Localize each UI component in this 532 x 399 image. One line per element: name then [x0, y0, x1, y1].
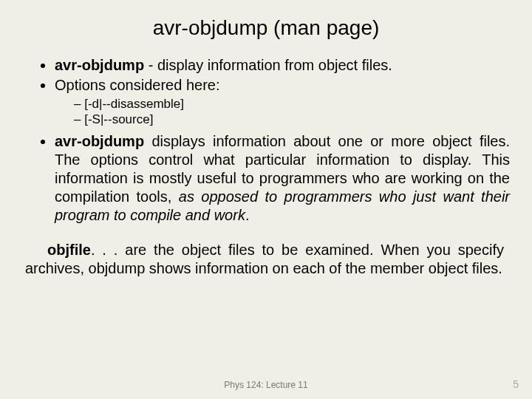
sub-bullet-2: [-S|--source]: [74, 112, 510, 127]
slide-title: avr-objdump (man page): [22, 16, 510, 40]
objfile-label: objfile: [47, 242, 91, 258]
para2-rest: . . . are the object files to be examine…: [25, 242, 504, 276]
paragraph-2: objfile. . . are the object files to be …: [22, 241, 510, 278]
bullet-item-3: avr-objdump displays information about o…: [55, 132, 510, 225]
bullet-item-2: Options considered here: [-d|--disassemb…: [55, 76, 510, 128]
cmd-name: avr-objdump: [55, 57, 144, 73]
sub-bullet-list: [-d|--disassemble] [-S|--source]: [55, 96, 510, 128]
bullet-3-end: .: [245, 207, 250, 223]
cmd-name-2: avr-objdump: [55, 133, 144, 149]
sub-bullet-1: [-d|--disassemble]: [74, 96, 510, 112]
footer-center: Phys 124: Lecture 11: [0, 380, 532, 390]
bullet-2-text: Options considered here:: [55, 77, 219, 93]
page-number: 5: [513, 378, 519, 390]
bullet-1-text: - display information from object files.: [144, 57, 392, 73]
bullet-item-1: avr-objdump - display information from o…: [55, 56, 510, 75]
bullet-list: avr-objdump - display information from o…: [22, 56, 510, 225]
